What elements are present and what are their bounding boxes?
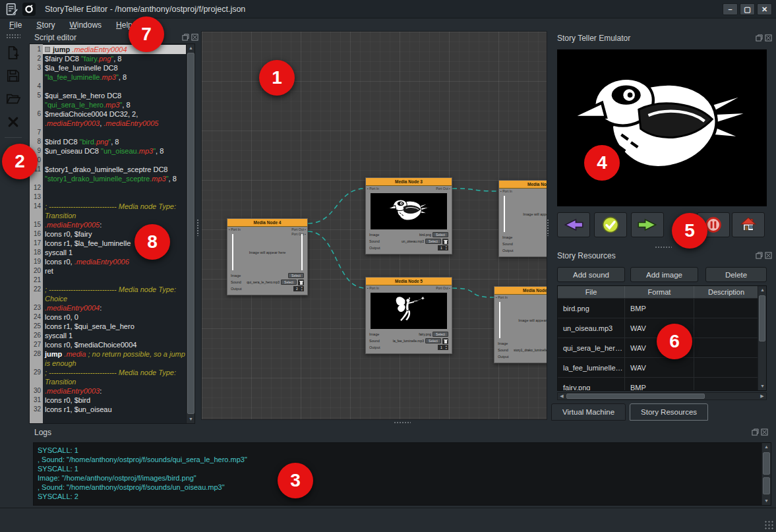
code-line[interactable]: 32lcons r1, $un_oiseau: [30, 405, 186, 414]
logs-output[interactable]: SYSCALL: 1, Sound: "/home/anthony/ostpro…: [33, 442, 771, 506]
code-line[interactable]: 27lcons r0, $mediaChoice0004: [30, 340, 186, 349]
close-button[interactable]: ✕: [757, 3, 772, 15]
logs-scrollbar[interactable]: ▲ ▼: [761, 443, 771, 505]
code-line[interactable]: 24lcons r0, 0: [30, 312, 186, 322]
float-icon[interactable]: [182, 34, 189, 41]
menu-story[interactable]: Story: [36, 20, 55, 30]
code-line[interactable]: 1jump .mediaEntry0004: [30, 45, 186, 54]
float-icon[interactable]: [752, 429, 759, 436]
resources-table-header[interactable]: FileFormatDescription: [558, 286, 766, 299]
float-icon[interactable]: [756, 34, 763, 42]
close-icon[interactable]: [765, 252, 772, 259]
tab-virtual-machine[interactable]: Virtual Machine: [551, 403, 626, 421]
scroll-down-icon[interactable]: ▼: [758, 382, 767, 390]
add-sound-button[interactable]: Add sound: [557, 267, 625, 282]
column-header-description[interactable]: Description: [694, 286, 759, 298]
scroll-up-icon[interactable]: ▲: [758, 286, 767, 294]
code-line[interactable]: 23.mediaEntry0004:: [30, 303, 186, 312]
code-line[interactable]: 6$mediaChoice0004 DC32, 2, .mediaEntry00…: [30, 109, 186, 128]
code-line[interactable]: 11$story1_drako_luminelle_sceptre DC8 "s…: [30, 165, 186, 183]
back-button[interactable]: [557, 212, 590, 237]
code-line[interactable]: 2$fairy DC8 "fairy.png", 8: [30, 54, 186, 63]
node-canvas[interactable]: Media Node 4▪ Port InPort Out ▪Port Out …: [201, 31, 547, 420]
media-node[interactable]: Media Node 4▪ Port InPort Out ▪Port Out …: [227, 218, 308, 295]
column-header-file[interactable]: File: [558, 286, 625, 298]
script-editor-scrollbar[interactable]: ▲ ▼: [186, 44, 194, 423]
media-node[interactable]: Media Node 3▪ Port InPort Out ▪Imagebird…: [365, 177, 452, 254]
scroll-up-icon[interactable]: ▲: [762, 443, 771, 451]
menu-windows[interactable]: Windows: [69, 20, 102, 30]
code-line[interactable]: 28jump .media ; no return possible, so a…: [30, 349, 186, 368]
emulator-splitter[interactable]: [655, 246, 672, 249]
close-icon[interactable]: [761, 429, 768, 436]
forward-button[interactable]: [631, 212, 664, 237]
close-project-button[interactable]: [5, 113, 22, 131]
menu-file[interactable]: File: [9, 20, 22, 30]
port-in[interactable]: ▪ Port In: [500, 189, 512, 193]
scroll-down-icon[interactable]: ▼: [762, 497, 771, 505]
scroll-left-icon[interactable]: ◀: [558, 393, 566, 399]
column-header-format[interactable]: Format: [625, 286, 694, 298]
table-row[interactable]: bird.pngBMP: [558, 299, 766, 318]
code-line[interactable]: 31lcons r0, $bird: [30, 396, 186, 405]
media-node[interactable]: Media Node 5▪ Port InPort Out ▪Imagefair…: [365, 277, 452, 354]
output-spinner[interactable]: 1▲▼: [438, 345, 448, 350]
table-h-scrollbar[interactable]: ◀ ▶: [557, 392, 767, 400]
trash-icon[interactable]: [442, 239, 448, 245]
code-line[interactable]: 5$qui_sera_le_hero DC8 "qui_sera_le_hero…: [30, 91, 186, 109]
code-line[interactable]: 14; ---------------------------- Media n…: [30, 202, 186, 220]
media-node[interactable]: Media Node 6▪ Port InPort Out ▪Image wil…: [494, 286, 547, 363]
resize-grip[interactable]: [764, 520, 773, 529]
code-line[interactable]: 22; ---------------------------- Media n…: [30, 285, 186, 303]
toolbar-drag-handle[interactable]: [6, 34, 20, 38]
code-line[interactable]: 8$bird DC8 "bird.png", 8: [30, 137, 186, 146]
select-button[interactable]: Select: [425, 338, 441, 343]
home-button[interactable]: [732, 212, 765, 237]
code-line[interactable]: 13: [30, 192, 186, 202]
trash-icon[interactable]: [298, 280, 304, 285]
port-out[interactable]: Port Out ▪: [436, 286, 450, 291]
code-line[interactable]: 30.mediaEntry0003:: [30, 386, 186, 396]
select-button[interactable]: Select: [433, 332, 448, 337]
table-scrollbar[interactable]: ▲ ▼: [758, 286, 766, 390]
port-in[interactable]: ▪ Port In: [496, 295, 508, 299]
select-button[interactable]: Select: [281, 280, 297, 285]
code-line[interactable]: 12: [30, 183, 186, 192]
code-line[interactable]: 29; ---------------------------- Media n…: [30, 368, 186, 386]
port-in[interactable]: ▪ Port In: [367, 286, 379, 290]
float-icon[interactable]: [756, 252, 763, 259]
scroll-down-icon[interactable]: ▼: [187, 415, 195, 423]
code-line[interactable]: 7: [30, 128, 186, 137]
script-editor[interactable]: 1jump .mediaEntry00042$fairy DC8 "fairy.…: [29, 44, 195, 424]
maximize-button[interactable]: ▢: [740, 3, 755, 15]
code-line[interactable]: 25lcons r1, $qui_sera_le_hero: [30, 322, 186, 331]
close-icon[interactable]: [191, 34, 198, 41]
save-button[interactable]: [5, 67, 22, 84]
code-line[interactable]: 21: [30, 276, 186, 285]
tab-story-resources[interactable]: Story Resources: [630, 403, 708, 421]
title-bar[interactable]: StoryTeller Editor - /home/anthony/ostpr…: [0, 0, 776, 18]
port-out[interactable]: Port Out ▪: [291, 227, 306, 232]
code-line[interactable]: 20ret: [30, 266, 186, 276]
add-image-button[interactable]: Add image: [630, 267, 698, 282]
new-file-button[interactable]: [5, 44, 22, 61]
splitter-left[interactable]: [196, 219, 200, 236]
delete-button[interactable]: Delete: [705, 267, 767, 282]
open-folder-button[interactable]: [5, 90, 22, 107]
table-row[interactable]: la_fee_luminelle.mp3WAV: [558, 358, 766, 378]
code-line[interactable]: 10: [30, 156, 186, 165]
ok-button[interactable]: [594, 212, 627, 237]
scroll-up-icon[interactable]: ▲: [187, 44, 195, 52]
output-spinner[interactable]: 2▲▼: [293, 286, 304, 291]
media-node[interactable]: Media Node 2▪ Port InPort Out ▪Image wil…: [498, 180, 547, 257]
splitter-bottom[interactable]: [394, 421, 411, 425]
select-button[interactable]: Select: [288, 273, 304, 278]
table-row[interactable]: fairy.pngBMP: [558, 378, 766, 391]
code-line[interactable]: 3$la_fee_luminelle DC8 "la_fee_luminelle…: [30, 63, 186, 82]
code-line[interactable]: 26syscall 1: [30, 331, 186, 340]
close-icon[interactable]: [765, 34, 772, 42]
minimize-button[interactable]: –: [723, 3, 738, 15]
select-button[interactable]: Select: [433, 232, 448, 237]
output-spinner[interactable]: 1▲▼: [438, 245, 448, 251]
select-button[interactable]: Select: [425, 239, 441, 244]
